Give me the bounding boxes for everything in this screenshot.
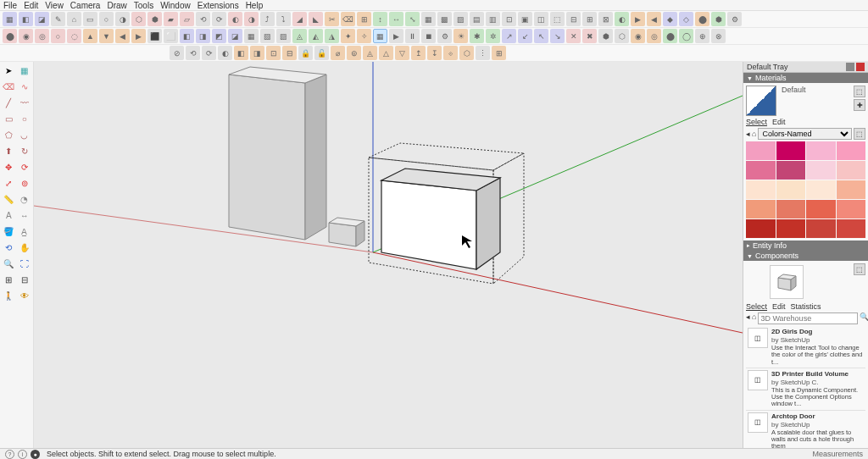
color-swatch[interactable] bbox=[806, 180, 836, 199]
tool-icon[interactable]: ◆ bbox=[663, 12, 677, 26]
tool-icon[interactable]: ▼ bbox=[99, 29, 114, 43]
components-panel-header[interactable]: ▼ Components bbox=[743, 251, 868, 261]
eraser-tool-icon[interactable]: ⌫ bbox=[2, 80, 16, 94]
tab-select[interactable]: Select bbox=[746, 118, 767, 126]
tool-icon[interactable]: ⊟ bbox=[282, 46, 297, 60]
tool-icon[interactable]: ▨ bbox=[276, 29, 291, 43]
tool-icon[interactable]: ⬤ bbox=[3, 29, 17, 43]
color-swatch[interactable] bbox=[837, 180, 866, 199]
tray-header[interactable]: Default Tray bbox=[743, 62, 868, 73]
menu-edit[interactable]: Edit bbox=[24, 1, 38, 10]
tool-icon[interactable]: ◢ bbox=[292, 12, 307, 26]
tab-select[interactable]: Select bbox=[746, 302, 767, 311]
color-swatch[interactable] bbox=[776, 200, 806, 218]
menu-window[interactable]: Window bbox=[160, 1, 191, 10]
tool-icon[interactable]: ◭ bbox=[309, 29, 323, 43]
tool-icon[interactable]: ◐ bbox=[615, 12, 629, 26]
tool-icon[interactable]: ▥ bbox=[486, 12, 500, 26]
tool-icon[interactable]: ⟲ bbox=[196, 12, 210, 26]
menu-view[interactable]: View bbox=[45, 1, 64, 10]
menu-extensions[interactable]: Extensions bbox=[198, 1, 239, 10]
tool-icon[interactable]: ⚙ bbox=[727, 12, 742, 26]
color-swatch[interactable] bbox=[746, 180, 776, 199]
protractor-tool-icon[interactable]: ◔ bbox=[18, 192, 32, 207]
home-icon[interactable]: ⌂ bbox=[752, 130, 756, 138]
tool-icon[interactable]: ◧ bbox=[180, 29, 194, 43]
tool-icon[interactable]: ◐ bbox=[228, 12, 242, 26]
tool-icon[interactable]: ◉ bbox=[631, 29, 645, 43]
tool-icon[interactable]: ▭ bbox=[83, 12, 97, 26]
tool-icon[interactable]: ◇ bbox=[679, 12, 693, 26]
tool-icon[interactable]: ▽ bbox=[395, 46, 409, 60]
tool-icon[interactable]: ◀ bbox=[647, 12, 661, 26]
tool-icon[interactable]: ⊞ bbox=[582, 12, 597, 26]
tool-icon[interactable]: ⌂ bbox=[67, 12, 81, 26]
freehand-tool-icon[interactable]: 〰 bbox=[18, 96, 32, 110]
tool-icon[interactable]: ◨ bbox=[250, 46, 264, 60]
tool-icon[interactable]: ⊞ bbox=[357, 12, 371, 26]
tool-icon[interactable]: ↘ bbox=[550, 29, 565, 43]
tool-icon[interactable]: ✂ bbox=[325, 12, 339, 26]
tool-icon[interactable]: ◑ bbox=[115, 12, 130, 26]
tool-icon[interactable]: ◣ bbox=[309, 12, 323, 26]
tool-icon[interactable]: ✱ bbox=[470, 29, 484, 43]
rectangle-tool-icon[interactable]: ▭ bbox=[2, 112, 16, 126]
tool-icon[interactable]: ▶ bbox=[389, 29, 403, 43]
scale-tool-icon[interactable]: ⤢ bbox=[2, 176, 16, 191]
tool-icon[interactable]: ↖ bbox=[534, 29, 548, 43]
tool-icon[interactable]: ◧ bbox=[234, 46, 248, 60]
tool-icon[interactable]: △ bbox=[379, 46, 393, 60]
offset-tool-icon[interactable]: ⊚ bbox=[18, 176, 32, 191]
materials-panel-header[interactable]: ▼ Materials bbox=[743, 73, 868, 83]
status-person-icon[interactable]: ● bbox=[31, 450, 40, 459]
tool-icon[interactable]: ○ bbox=[99, 12, 114, 26]
tool-icon[interactable]: ▩ bbox=[437, 12, 452, 26]
menu-camera[interactable]: Camera bbox=[70, 1, 101, 10]
tool-icon[interactable]: ⬢ bbox=[598, 29, 613, 43]
tool-icon[interactable]: ⊘ bbox=[170, 46, 184, 60]
tool-icon[interactable]: ⟲ bbox=[186, 46, 200, 60]
home-icon[interactable]: ⌂ bbox=[752, 312, 756, 324]
tool-icon[interactable]: 🔓 bbox=[314, 46, 329, 60]
tool-icon[interactable]: ⌀ bbox=[331, 46, 345, 60]
tool-icon[interactable]: ↔ bbox=[389, 12, 403, 26]
tab-edit[interactable]: Edit bbox=[772, 302, 786, 311]
tool-icon[interactable]: ⊞ bbox=[492, 46, 506, 60]
tool-icon[interactable]: ☀ bbox=[453, 29, 468, 43]
menu-help[interactable]: Help bbox=[246, 1, 264, 10]
tool-icon[interactable]: ⊟ bbox=[566, 12, 581, 26]
color-swatch[interactable] bbox=[746, 200, 776, 218]
orbit-tool-icon[interactable]: ⟲ bbox=[2, 241, 16, 255]
tool-icon[interactable]: ⌫ bbox=[341, 12, 355, 26]
tool-icon[interactable]: ◪ bbox=[228, 29, 242, 43]
tool-icon[interactable]: ◬ bbox=[292, 29, 307, 43]
tool-icon[interactable]: ◨ bbox=[196, 29, 210, 43]
tool-icon[interactable]: ⊡ bbox=[502, 12, 516, 26]
circle-tool-icon[interactable]: ○ bbox=[18, 112, 32, 126]
tool-icon[interactable]: ⊡ bbox=[266, 46, 281, 60]
tool-icon[interactable]: ∿ bbox=[18, 80, 32, 94]
tool-icon[interactable]: ⊟ bbox=[18, 273, 32, 287]
tool-icon[interactable]: ✦ bbox=[341, 29, 355, 43]
color-swatch[interactable] bbox=[776, 141, 806, 160]
tool-icon[interactable]: ◧ bbox=[19, 12, 33, 26]
tool-icon[interactable]: ▶ bbox=[631, 12, 645, 26]
arc-tool-icon[interactable]: ◡ bbox=[18, 128, 32, 142]
tool-icon[interactable]: ◎ bbox=[35, 29, 49, 43]
tool-icon[interactable]: ◉ bbox=[19, 29, 33, 43]
tab-statistics[interactable]: Statistics bbox=[791, 302, 821, 311]
line-tool-icon[interactable]: ╱ bbox=[2, 96, 16, 110]
tool-icon[interactable]: ▦ bbox=[3, 12, 17, 26]
tool-icon[interactable]: ✧ bbox=[357, 29, 371, 43]
color-swatch[interactable] bbox=[806, 200, 836, 218]
nav-back-icon[interactable]: ◂ bbox=[746, 312, 750, 324]
color-swatch[interactable] bbox=[746, 161, 776, 180]
tray-pin-icon[interactable] bbox=[846, 63, 854, 71]
tool-icon[interactable]: ⏸ bbox=[405, 29, 420, 43]
tool-icon[interactable]: A̲ bbox=[18, 224, 32, 239]
tool-icon[interactable]: ↗ bbox=[502, 29, 516, 43]
tool-icon[interactable]: ⬛ bbox=[147, 29, 162, 43]
tool-icon[interactable]: ⤴ bbox=[260, 12, 275, 26]
color-swatch[interactable] bbox=[746, 141, 776, 160]
tool-icon[interactable]: ◫ bbox=[534, 12, 548, 26]
